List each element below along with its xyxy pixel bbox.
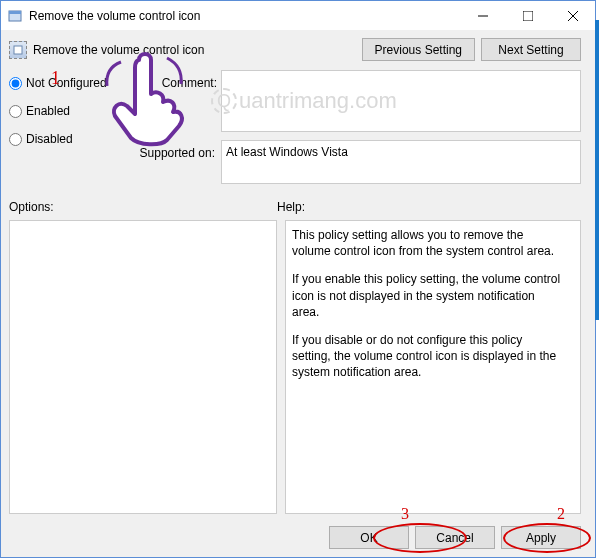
radio-enabled-input[interactable] bbox=[9, 105, 22, 118]
dialog-footer: OK Cancel Apply bbox=[323, 526, 581, 549]
help-p2: If you enable this policy setting, the v… bbox=[292, 271, 562, 320]
svg-rect-6 bbox=[14, 46, 22, 54]
header-row: Remove the volume control icon Previous … bbox=[1, 30, 595, 71]
radio-disabled[interactable]: Disabled bbox=[9, 132, 129, 146]
radio-disabled-input[interactable] bbox=[9, 133, 22, 146]
radio-not-configured-label: Not Configured bbox=[26, 76, 107, 90]
maximize-button[interactable] bbox=[505, 1, 550, 30]
window-icon bbox=[7, 8, 23, 24]
apply-button[interactable]: Apply bbox=[501, 526, 581, 549]
radio-disabled-label: Disabled bbox=[26, 132, 73, 146]
svg-rect-1 bbox=[9, 11, 21, 14]
ok-button[interactable]: OK bbox=[329, 526, 409, 549]
panel-labels: Options: Help: bbox=[9, 200, 581, 214]
help-panel: This policy setting allows you to remove… bbox=[285, 220, 581, 514]
help-p3: If you disable or do not configure this … bbox=[292, 332, 562, 381]
options-label: Options: bbox=[9, 200, 277, 214]
options-panel bbox=[9, 220, 277, 514]
svg-rect-3 bbox=[523, 11, 533, 21]
radio-enabled-label: Enabled bbox=[26, 104, 70, 118]
setting-title: Remove the volume control icon bbox=[33, 43, 356, 57]
close-button[interactable] bbox=[550, 1, 595, 30]
help-p1: This policy setting allows you to remove… bbox=[292, 227, 562, 259]
title-bar: Remove the volume control icon bbox=[1, 0, 595, 30]
setting-icon bbox=[9, 41, 27, 59]
minimize-button[interactable] bbox=[460, 1, 505, 30]
policy-editor-window: Remove the volume control icon Remove th… bbox=[0, 0, 596, 558]
radio-not-configured-input[interactable] bbox=[9, 77, 22, 90]
next-setting-button[interactable]: Next Setting bbox=[481, 38, 581, 61]
radio-enabled[interactable]: Enabled bbox=[9, 104, 129, 118]
supported-label: Supported on: bbox=[103, 146, 215, 160]
comment-textbox[interactable] bbox=[221, 70, 581, 132]
previous-setting-button[interactable]: Previous Setting bbox=[362, 38, 475, 61]
cancel-button[interactable]: Cancel bbox=[415, 526, 495, 549]
comment-label: Comment: bbox=[135, 76, 217, 90]
window-edge-highlight bbox=[595, 20, 599, 320]
window-title: Remove the volume control icon bbox=[29, 9, 460, 23]
help-label: Help: bbox=[277, 200, 581, 214]
supported-textbox: At least Windows Vista bbox=[221, 140, 581, 184]
radio-not-configured[interactable]: Not Configured bbox=[9, 76, 129, 90]
